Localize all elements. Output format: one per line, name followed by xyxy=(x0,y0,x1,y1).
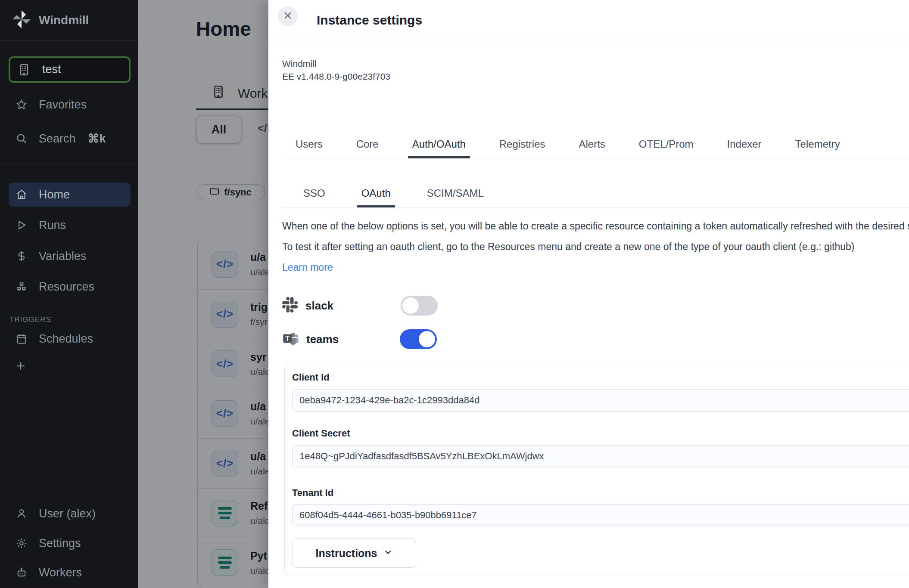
sidebar-item-workers[interactable]: Workers xyxy=(9,560,131,585)
sidebar-item-label: Runs xyxy=(39,219,66,232)
add-trigger-button[interactable] xyxy=(13,358,28,374)
windmill-logo-icon xyxy=(12,9,31,31)
client-id-input[interactable] xyxy=(292,389,909,412)
drawer-header-divider xyxy=(268,41,909,41)
sidebar-item-label: Settings xyxy=(39,537,81,550)
user-icon xyxy=(16,508,28,520)
dollar-icon xyxy=(16,250,28,262)
oauth-description-line2: To test it after setting an oauth client… xyxy=(282,241,909,253)
slack-icon xyxy=(282,297,298,314)
sidebar-divider xyxy=(0,40,138,41)
brand-name: Windmill xyxy=(39,13,89,27)
close-button[interactable] xyxy=(278,6,298,26)
teams-oauth-card: Client Id Client Secret Tenant Id Instru… xyxy=(284,363,909,575)
sidebar-item-label: Workers xyxy=(39,566,82,579)
gear-icon xyxy=(16,537,28,549)
star-icon xyxy=(16,99,28,111)
sidebar-item-home[interactable]: Home xyxy=(9,183,131,207)
version-block: Windmill EE v1.448.0-9-g00e23f703 xyxy=(282,57,390,83)
boxes-icon xyxy=(16,281,28,293)
sidebar-item-user[interactable]: User (alex) xyxy=(9,501,131,526)
tenant-id-input[interactable] xyxy=(292,504,909,526)
close-icon xyxy=(283,11,293,22)
tab-alerts[interactable]: Alerts xyxy=(576,138,607,158)
calendar-icon xyxy=(16,333,28,345)
provider-row-teams: T teams xyxy=(282,327,339,351)
tab-otel-prom[interactable]: OTEL/Prom xyxy=(636,138,696,158)
sidebar-item-label: Resources xyxy=(39,280,94,294)
sidebar-item-settings[interactable]: Settings xyxy=(9,531,131,555)
tab-registries[interactable]: Registries xyxy=(497,138,548,158)
tab-auth-oauth[interactable]: Auth/OAuth xyxy=(410,138,468,158)
building-icon xyxy=(17,63,31,77)
instructions-label: Instructions xyxy=(315,547,377,560)
tab-core[interactable]: Core xyxy=(354,138,381,158)
sidebar-divider xyxy=(0,164,138,164)
auth-subtabbar: SSO OAuth SCIM/SAML xyxy=(282,179,909,207)
sidebar-item-label: Schedules xyxy=(39,332,93,346)
learn-more-link[interactable]: Learn more xyxy=(282,262,333,273)
sidebar-item-label: Home xyxy=(39,188,70,201)
tab-users[interactable]: Users xyxy=(293,138,325,158)
robot-icon xyxy=(16,566,28,579)
workspace-name: test xyxy=(42,63,61,76)
teams-toggle[interactable] xyxy=(400,329,437,349)
search-icon xyxy=(16,133,28,145)
version-string: EE v1.448.0-9-g00e23f703 xyxy=(282,70,390,83)
search-shortcut: ⌘k xyxy=(88,132,106,145)
sidebar-item-variables[interactable]: Variables xyxy=(9,244,131,268)
sidebar-item-search[interactable]: Search ⌘k xyxy=(9,127,131,151)
subtab-oauth[interactable]: OAuth xyxy=(359,187,393,207)
client-id-label: Client Id xyxy=(292,372,330,383)
app-name: Windmill xyxy=(282,57,390,70)
provider-row-slack: slack xyxy=(282,294,333,318)
provider-label-teams: teams xyxy=(306,333,339,346)
tab-indexer[interactable]: Indexer xyxy=(725,138,764,158)
subtab-scim-saml[interactable]: SCIM/SAML xyxy=(424,187,486,207)
instance-settings-drawer: Instance settings Windmill EE v1.448.0-9… xyxy=(268,0,909,588)
tenant-id-label: Tenant Id xyxy=(292,487,333,498)
drawer-title: Instance settings xyxy=(317,13,422,28)
sidebar-item-favorites[interactable]: Favorites xyxy=(9,93,131,117)
provider-label-slack: slack xyxy=(305,299,333,313)
sidebar-item-schedules[interactable]: Schedules xyxy=(9,327,131,351)
settings-tabbar: Users Core Auth/OAuth Registries Alerts … xyxy=(282,130,909,158)
sidebar: Windmill test Favorites xyxy=(0,0,138,588)
brand: Windmill xyxy=(12,9,89,31)
client-secret-input[interactable] xyxy=(292,445,909,467)
teams-icon: T xyxy=(282,330,299,348)
tab-telemetry[interactable]: Telemetry xyxy=(793,138,843,158)
chevron-down-icon xyxy=(383,547,393,560)
home-icon xyxy=(16,189,28,201)
workspace-selector[interactable]: test xyxy=(9,56,131,83)
sidebar-item-label: Favorites xyxy=(39,98,87,111)
oauth-description-line1: When one of the below options is set, yo… xyxy=(282,220,909,232)
slack-toggle[interactable] xyxy=(401,296,438,316)
sidebar-item-label: User (alex) xyxy=(39,507,96,520)
sidebar-item-label: Search xyxy=(39,132,76,145)
sidebar-item-resources[interactable]: Resources xyxy=(9,275,131,299)
triggers-section-header: TRIGGERS xyxy=(9,316,51,324)
svg-text:T: T xyxy=(285,334,290,343)
play-icon xyxy=(16,219,28,231)
sidebar-item-label: Variables xyxy=(39,250,87,263)
subtab-sso[interactable]: SSO xyxy=(301,187,328,207)
client-secret-label: Client Secret xyxy=(292,428,350,439)
sidebar-item-runs[interactable]: Runs xyxy=(9,213,131,237)
instructions-button[interactable]: Instructions xyxy=(292,538,416,568)
